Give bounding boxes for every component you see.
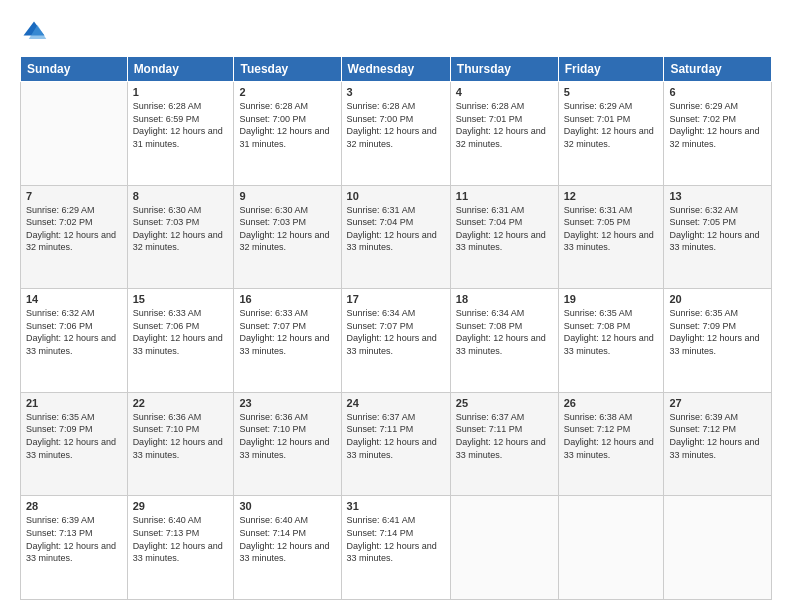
day-number: 14 bbox=[26, 293, 122, 305]
day-info: Sunrise: 6:33 AMSunset: 7:06 PMDaylight:… bbox=[133, 307, 229, 357]
day-number: 26 bbox=[564, 397, 659, 409]
day-info: Sunrise: 6:28 AMSunset: 7:01 PMDaylight:… bbox=[456, 100, 553, 150]
calendar-cell: 20Sunrise: 6:35 AMSunset: 7:09 PMDayligh… bbox=[664, 289, 772, 393]
weekday-header-wednesday: Wednesday bbox=[341, 57, 450, 82]
weekday-header-monday: Monday bbox=[127, 57, 234, 82]
day-info: Sunrise: 6:40 AMSunset: 7:13 PMDaylight:… bbox=[133, 514, 229, 564]
day-info: Sunrise: 6:29 AMSunset: 7:02 PMDaylight:… bbox=[669, 100, 766, 150]
calendar-cell: 23Sunrise: 6:36 AMSunset: 7:10 PMDayligh… bbox=[234, 392, 341, 496]
day-info: Sunrise: 6:28 AMSunset: 6:59 PMDaylight:… bbox=[133, 100, 229, 150]
calendar-cell: 14Sunrise: 6:32 AMSunset: 7:06 PMDayligh… bbox=[21, 289, 128, 393]
calendar-cell: 28Sunrise: 6:39 AMSunset: 7:13 PMDayligh… bbox=[21, 496, 128, 600]
day-info: Sunrise: 6:28 AMSunset: 7:00 PMDaylight:… bbox=[239, 100, 335, 150]
calendar-cell: 15Sunrise: 6:33 AMSunset: 7:06 PMDayligh… bbox=[127, 289, 234, 393]
calendar-cell bbox=[450, 496, 558, 600]
day-info: Sunrise: 6:30 AMSunset: 7:03 PMDaylight:… bbox=[239, 204, 335, 254]
day-number: 25 bbox=[456, 397, 553, 409]
day-info: Sunrise: 6:31 AMSunset: 7:05 PMDaylight:… bbox=[564, 204, 659, 254]
day-info: Sunrise: 6:35 AMSunset: 7:09 PMDaylight:… bbox=[26, 411, 122, 461]
day-number: 6 bbox=[669, 86, 766, 98]
calendar-cell: 13Sunrise: 6:32 AMSunset: 7:05 PMDayligh… bbox=[664, 185, 772, 289]
calendar-cell: 9Sunrise: 6:30 AMSunset: 7:03 PMDaylight… bbox=[234, 185, 341, 289]
calendar-cell: 11Sunrise: 6:31 AMSunset: 7:04 PMDayligh… bbox=[450, 185, 558, 289]
day-number: 3 bbox=[347, 86, 445, 98]
day-number: 10 bbox=[347, 190, 445, 202]
calendar-cell: 31Sunrise: 6:41 AMSunset: 7:14 PMDayligh… bbox=[341, 496, 450, 600]
day-number: 18 bbox=[456, 293, 553, 305]
day-number: 11 bbox=[456, 190, 553, 202]
weekday-header-tuesday: Tuesday bbox=[234, 57, 341, 82]
calendar-cell bbox=[664, 496, 772, 600]
day-number: 5 bbox=[564, 86, 659, 98]
day-info: Sunrise: 6:37 AMSunset: 7:11 PMDaylight:… bbox=[456, 411, 553, 461]
calendar-cell: 22Sunrise: 6:36 AMSunset: 7:10 PMDayligh… bbox=[127, 392, 234, 496]
calendar-cell: 24Sunrise: 6:37 AMSunset: 7:11 PMDayligh… bbox=[341, 392, 450, 496]
day-info: Sunrise: 6:40 AMSunset: 7:14 PMDaylight:… bbox=[239, 514, 335, 564]
calendar-cell bbox=[558, 496, 664, 600]
day-info: Sunrise: 6:39 AMSunset: 7:12 PMDaylight:… bbox=[669, 411, 766, 461]
weekday-header-friday: Friday bbox=[558, 57, 664, 82]
header bbox=[20, 18, 772, 46]
calendar-table: SundayMondayTuesdayWednesdayThursdayFrid… bbox=[20, 56, 772, 600]
day-number: 19 bbox=[564, 293, 659, 305]
calendar-cell: 1Sunrise: 6:28 AMSunset: 6:59 PMDaylight… bbox=[127, 82, 234, 186]
day-number: 29 bbox=[133, 500, 229, 512]
day-number: 12 bbox=[564, 190, 659, 202]
day-number: 1 bbox=[133, 86, 229, 98]
calendar-cell: 30Sunrise: 6:40 AMSunset: 7:14 PMDayligh… bbox=[234, 496, 341, 600]
logo-icon bbox=[20, 18, 48, 46]
day-info: Sunrise: 6:37 AMSunset: 7:11 PMDaylight:… bbox=[347, 411, 445, 461]
calendar-cell: 18Sunrise: 6:34 AMSunset: 7:08 PMDayligh… bbox=[450, 289, 558, 393]
day-number: 9 bbox=[239, 190, 335, 202]
day-number: 30 bbox=[239, 500, 335, 512]
calendar-cell: 12Sunrise: 6:31 AMSunset: 7:05 PMDayligh… bbox=[558, 185, 664, 289]
day-info: Sunrise: 6:39 AMSunset: 7:13 PMDaylight:… bbox=[26, 514, 122, 564]
day-info: Sunrise: 6:35 AMSunset: 7:09 PMDaylight:… bbox=[669, 307, 766, 357]
day-number: 2 bbox=[239, 86, 335, 98]
day-number: 13 bbox=[669, 190, 766, 202]
day-number: 24 bbox=[347, 397, 445, 409]
day-info: Sunrise: 6:35 AMSunset: 7:08 PMDaylight:… bbox=[564, 307, 659, 357]
day-number: 31 bbox=[347, 500, 445, 512]
logo bbox=[20, 18, 52, 46]
calendar-cell: 3Sunrise: 6:28 AMSunset: 7:00 PMDaylight… bbox=[341, 82, 450, 186]
weekday-header-thursday: Thursday bbox=[450, 57, 558, 82]
calendar-cell: 27Sunrise: 6:39 AMSunset: 7:12 PMDayligh… bbox=[664, 392, 772, 496]
calendar-cell: 5Sunrise: 6:29 AMSunset: 7:01 PMDaylight… bbox=[558, 82, 664, 186]
day-info: Sunrise: 6:38 AMSunset: 7:12 PMDaylight:… bbox=[564, 411, 659, 461]
day-info: Sunrise: 6:29 AMSunset: 7:01 PMDaylight:… bbox=[564, 100, 659, 150]
calendar-cell: 16Sunrise: 6:33 AMSunset: 7:07 PMDayligh… bbox=[234, 289, 341, 393]
day-number: 8 bbox=[133, 190, 229, 202]
calendar-cell: 17Sunrise: 6:34 AMSunset: 7:07 PMDayligh… bbox=[341, 289, 450, 393]
week-row-2: 7Sunrise: 6:29 AMSunset: 7:02 PMDaylight… bbox=[21, 185, 772, 289]
day-number: 16 bbox=[239, 293, 335, 305]
calendar-cell: 4Sunrise: 6:28 AMSunset: 7:01 PMDaylight… bbox=[450, 82, 558, 186]
day-info: Sunrise: 6:31 AMSunset: 7:04 PMDaylight:… bbox=[456, 204, 553, 254]
day-info: Sunrise: 6:36 AMSunset: 7:10 PMDaylight:… bbox=[239, 411, 335, 461]
page: SundayMondayTuesdayWednesdayThursdayFrid… bbox=[0, 0, 792, 612]
day-number: 15 bbox=[133, 293, 229, 305]
day-number: 4 bbox=[456, 86, 553, 98]
day-number: 27 bbox=[669, 397, 766, 409]
day-info: Sunrise: 6:29 AMSunset: 7:02 PMDaylight:… bbox=[26, 204, 122, 254]
day-info: Sunrise: 6:31 AMSunset: 7:04 PMDaylight:… bbox=[347, 204, 445, 254]
day-number: 21 bbox=[26, 397, 122, 409]
weekday-header-saturday: Saturday bbox=[664, 57, 772, 82]
calendar-cell: 26Sunrise: 6:38 AMSunset: 7:12 PMDayligh… bbox=[558, 392, 664, 496]
day-number: 23 bbox=[239, 397, 335, 409]
week-row-3: 14Sunrise: 6:32 AMSunset: 7:06 PMDayligh… bbox=[21, 289, 772, 393]
week-row-4: 21Sunrise: 6:35 AMSunset: 7:09 PMDayligh… bbox=[21, 392, 772, 496]
day-info: Sunrise: 6:32 AMSunset: 7:05 PMDaylight:… bbox=[669, 204, 766, 254]
day-info: Sunrise: 6:33 AMSunset: 7:07 PMDaylight:… bbox=[239, 307, 335, 357]
day-number: 7 bbox=[26, 190, 122, 202]
calendar-cell: 25Sunrise: 6:37 AMSunset: 7:11 PMDayligh… bbox=[450, 392, 558, 496]
day-info: Sunrise: 6:34 AMSunset: 7:08 PMDaylight:… bbox=[456, 307, 553, 357]
day-info: Sunrise: 6:32 AMSunset: 7:06 PMDaylight:… bbox=[26, 307, 122, 357]
day-number: 28 bbox=[26, 500, 122, 512]
week-row-1: 1Sunrise: 6:28 AMSunset: 6:59 PMDaylight… bbox=[21, 82, 772, 186]
week-row-5: 28Sunrise: 6:39 AMSunset: 7:13 PMDayligh… bbox=[21, 496, 772, 600]
weekday-header-row: SundayMondayTuesdayWednesdayThursdayFrid… bbox=[21, 57, 772, 82]
calendar-cell: 10Sunrise: 6:31 AMSunset: 7:04 PMDayligh… bbox=[341, 185, 450, 289]
weekday-header-sunday: Sunday bbox=[21, 57, 128, 82]
day-info: Sunrise: 6:36 AMSunset: 7:10 PMDaylight:… bbox=[133, 411, 229, 461]
